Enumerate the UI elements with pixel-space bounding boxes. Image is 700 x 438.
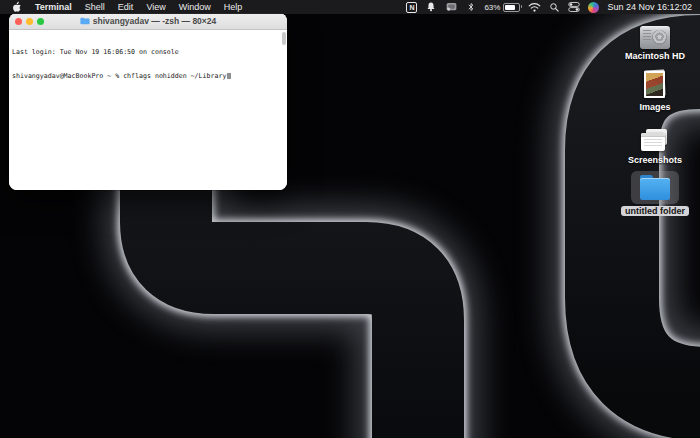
folder-icon [639, 175, 671, 200]
terminal-line-prompt: shivangyadav@MacBookPro ~ % chflags nohi… [12, 72, 284, 80]
siri-icon[interactable] [588, 2, 599, 13]
terminal-cursor [227, 73, 231, 80]
menu-help[interactable]: Help [224, 2, 243, 12]
apple-menu-icon[interactable] [11, 2, 22, 13]
desktop-icon-untitled-folder[interactable]: untitled folder [613, 171, 697, 216]
menu-view[interactable]: View [146, 2, 165, 12]
scrollbar-thumb[interactable] [282, 32, 286, 45]
menu-window[interactable]: Window [179, 2, 211, 12]
hard-drive-icon [640, 26, 670, 49]
icon-label: Macintosh HD [625, 51, 685, 61]
photo-stack-icon [642, 70, 668, 100]
selection-highlight [631, 171, 679, 204]
menu-edit[interactable]: Edit [118, 2, 134, 12]
desktop-icon-images[interactable]: Images [613, 70, 697, 112]
menu-bar: Terminal Shell Edit View Window Help N 6… [0, 0, 700, 14]
window-title: shivangyadav — -zsh — 80×24 [93, 16, 217, 26]
terminal-titlebar[interactable]: shivangyadav — -zsh — 80×24 [9, 13, 287, 30]
control-center-icon[interactable] [568, 1, 580, 13]
terminal-window[interactable]: shivangyadav — -zsh — 80×24 Last login: … [9, 13, 287, 190]
folder-icon [80, 17, 90, 25]
terminal-line-last-login: Last login: Tue Nov 19 16:06:50 on conso… [12, 48, 284, 56]
notification-bell-icon[interactable] [425, 1, 437, 13]
icon-label: Images [639, 102, 670, 112]
menu-terminal[interactable]: Terminal [35, 2, 72, 12]
menu-shell[interactable]: Shell [85, 2, 105, 12]
notion-status-icon[interactable]: N [406, 2, 417, 13]
display-status-icon[interactable] [445, 1, 458, 13]
desktop-icon-macintosh-hd[interactable]: Macintosh HD [613, 26, 697, 61]
spotlight-search-icon[interactable] [549, 1, 560, 13]
icon-label[interactable]: untitled folder [621, 206, 689, 216]
screenshot-stack-icon [640, 129, 670, 153]
terminal-output[interactable]: Last login: Tue Nov 19 16:06:50 on conso… [9, 30, 287, 190]
icon-label: Screenshots [628, 155, 682, 165]
desktop-icon-screenshots[interactable]: Screenshots [613, 129, 697, 165]
wifi-icon[interactable] [528, 1, 541, 13]
bluetooth-icon[interactable] [466, 1, 476, 13]
menu-bar-clock[interactable]: Sun 24 Nov 16:12:02 [607, 2, 692, 12]
battery-icon [503, 3, 520, 12]
battery-indicator[interactable]: 63% [484, 3, 520, 12]
battery-percent: 63% [484, 3, 500, 12]
